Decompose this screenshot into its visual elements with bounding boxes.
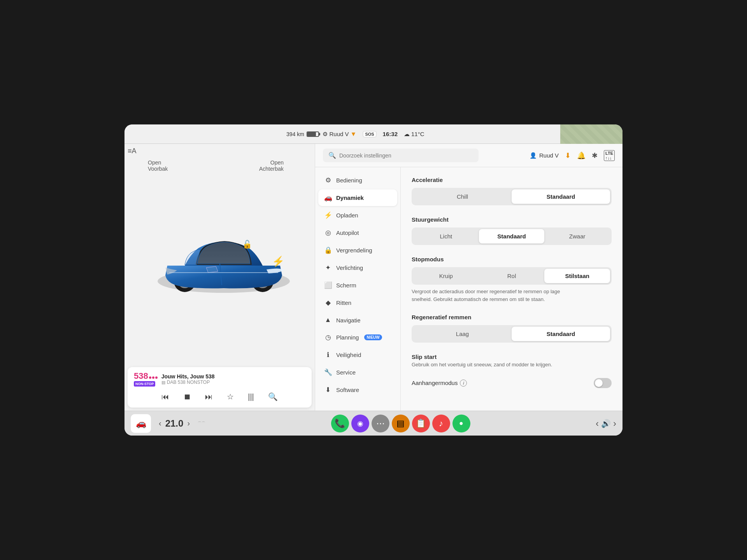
map-area[interactable] [560,124,622,144]
volume-icon: 🔊 [601,419,611,428]
battery-display: 394 km [286,131,319,137]
nav-item-autopilot[interactable]: ◎ Autopilot [318,224,397,241]
contacts-button[interactable]: 📋 [412,415,430,432]
opladen-icon: ⚡ [324,211,332,219]
aanhangermodus-info-icon[interactable]: i [460,380,467,387]
stop-button[interactable]: ⏹ [180,391,194,403]
stopmodus-stilstaan-button[interactable]: Stilstaan [544,269,610,283]
user-display: 👤 Ruud V [530,152,559,159]
time-display: 16:32 [383,131,398,137]
veiligheid-label: Veiligheid [336,352,361,358]
navigatie-label: Navigatie [336,317,361,324]
equalizer-button[interactable]: ||| [245,391,257,403]
temp-decrease-button[interactable]: ‹ [159,419,161,428]
user-icon: 👤 [530,152,537,159]
stopmodus-kruip-button[interactable]: Kruip [413,269,479,283]
spotify-button[interactable]: ● [452,415,470,432]
top-bar-center: ⚙ Ruud V ▼ SOS 16:32 ☁ 11°C [323,131,424,138]
dynamiek-label: Dynamiek [336,194,364,201]
user-name: Ruud V [539,152,559,159]
regen-group: Laag Standaard [412,325,612,343]
nav-item-planning[interactable]: ◷ Planning NIEUW [318,329,397,346]
volume-increase-button[interactable]: › [613,418,616,429]
acceleratie-chill-button[interactable]: Chill [413,189,512,204]
nav-item-veiligheid[interactable]: ℹ Veiligheid [318,346,397,363]
camera-button[interactable]: ◉ [351,415,369,432]
nav-item-bediening[interactable]: ⚙ Bediening [318,172,397,189]
aanhangermodus-label: Aanhangermodus i [412,380,467,387]
new-badge: NIEUW [364,334,382,340]
service-icon: 🔧 [324,368,332,376]
map-thumbnail [560,124,622,144]
slip-section: Slip start Gebruik om het voertuig uit s… [412,354,612,369]
weather-display: ☁ 11°C [404,131,424,138]
settings-header: 🔍 👤 Ruud V ⬇ 🔔 ✱ LTE↑↓↓ [315,144,622,167]
music-button[interactable]: ♪ [432,415,450,432]
bell-icon[interactable]: 🔔 [577,151,586,160]
lte-badge: LTE↑↓↓ [604,150,615,161]
verlichting-icon: ✦ [324,264,332,272]
regen-laag-button[interactable]: Laag [413,327,512,341]
header-right: 👤 Ruud V ⬇ 🔔 ✱ LTE↑↓↓ [530,150,615,161]
nav-item-scherm[interactable]: ⬜ Scherm [318,277,397,294]
nav-item-vergrendeling[interactable]: 🔒 Vergrendeling [318,242,397,259]
fan-icons: ⌒⌒ [198,421,205,426]
regen-standaard-button[interactable]: Standaard [512,327,610,341]
planning-label: Planning [336,334,359,341]
nonstop-badge: NON-STOP [134,381,155,387]
stuurgewicht-standaard-button[interactable]: Standaard [479,229,545,243]
search-input[interactable] [339,152,473,159]
nav-item-ritten[interactable]: ◆ Ritten [318,294,397,311]
stuurgewicht-label: Stuurgewicht [412,216,612,223]
autopilot-icon: ◎ [324,229,332,237]
search-bar[interactable]: 🔍 [323,149,479,162]
acceleratie-standaard-button[interactable]: Standaard [512,189,610,204]
stopmodus-rol-button[interactable]: Rol [479,269,545,283]
stuurgewicht-licht-button[interactable]: Licht [413,229,479,243]
temp-increase-button[interactable]: › [187,419,190,428]
nav-item-opladen[interactable]: ⚡ Opladen [318,207,397,224]
stuurgewicht-zwaar-button[interactable]: Zwaar [544,229,610,243]
music-info-row: 538 NON-STOP Jouw Hits, Jouw 538 [134,372,305,387]
bluetooth-icon[interactable]: ✱ [592,151,598,160]
software-label: Software [336,387,359,393]
bediening-label: Bediening [336,177,362,184]
radio-logo: 538 NON-STOP [134,372,158,387]
music-controls: ⏮ ⏹ ⏭ ☆ ||| 🔍 [134,390,305,403]
search-button[interactable]: 🔍 [265,390,281,403]
phone-button[interactable]: 📞 [331,415,349,432]
nav-item-navigatie[interactable]: ▲ Navigatie [318,312,397,328]
open-achterbak-label[interactable]: Open Achterbak [259,159,284,172]
main-content: ≡A Open Voorbak Open Achterbak [124,144,622,411]
prev-button[interactable]: ⏮ [158,391,172,403]
bottom-bar: 🚗 ‹ 21.0 › ⌒⌒ 📞 ◉ ⋯ ▤ 📋 ♪ ● ‹ 🔊 › [124,411,622,436]
aanhangermodus-row: Aanhangermodus i [412,375,612,391]
next-button[interactable]: ⏭ [202,391,216,403]
volume-decrease-button[interactable]: ‹ [596,418,599,429]
files-button[interactable]: ▤ [392,415,410,432]
ritten-icon: ◆ [324,299,332,307]
nav-item-verlichting[interactable]: ✦ Verlichting [318,259,397,276]
nav-item-service[interactable]: 🔧 Service [318,364,397,381]
download-icon[interactable]: ⬇ [565,151,571,160]
car-button[interactable]: 🚗 [131,414,151,433]
top-status-bar: 394 km ⚙ Ruud V ▼ SOS 16:32 ☁ 11°C [124,124,622,144]
aanhangermodus-toggle[interactable] [594,378,612,388]
nav-item-dynamiek[interactable]: 🚗 Dynamiek [318,189,397,206]
nav-menu: ⚙ Bediening 🚗 Dynamiek ⚡ Opladen ◎ Autop… [315,167,401,411]
open-voorbak-label[interactable]: Open Voorbak [148,159,168,172]
stopmodus-group: Kruip Rol Stilstaan [412,267,612,285]
opladen-label: Opladen [336,212,358,219]
regen-label: Regeneratief remmen [412,314,612,320]
music-info: Jouw Hits, Jouw 538 ▤ DAB 538 NONSTOP [161,373,305,385]
temperature-value: 21.0 [165,418,184,429]
more-button[interactable]: ⋯ [372,415,389,432]
settings-content: Acceleratie Chill Standaard Stuurgewicht… [401,167,622,411]
favorite-button[interactable]: ☆ [224,390,237,403]
music-player: 538 NON-STOP Jouw Hits, Jouw 538 [128,367,312,408]
regen-section: Regeneratief remmen Laag Standaard [412,314,612,343]
ritten-label: Ritten [336,299,351,306]
nav-item-software[interactable]: ⬇ Software [318,382,397,398]
svg-text:⚡: ⚡ [272,255,285,268]
slip-title: Slip start [412,354,612,360]
